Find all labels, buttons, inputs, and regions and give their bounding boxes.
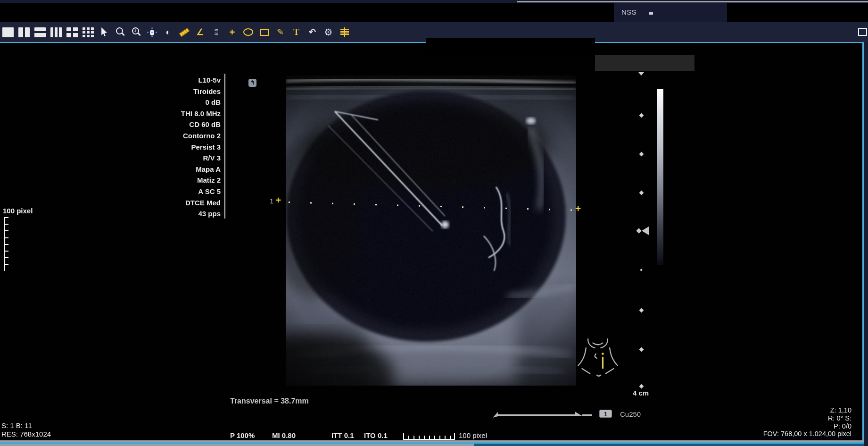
status-left: S: 1 B: 11RES: 768x1024 [1,421,51,438]
layout-1x3-icon [50,27,62,37]
body-marker-thyroid-icon[interactable] [577,337,619,380]
crosshair-icon: + [229,27,235,37]
ellipse-roi-button[interactable] [242,26,254,38]
app-window: NSS ⇕ ◐ ∠ ≈≈ + ✎ T ↶ ⚙ [0,0,868,446]
status-mi: MI 0.80 [272,431,296,439]
spine-wave-icon: ≈≈ [215,28,218,36]
left-scale-label: 100 pixel [3,207,33,215]
menu-nss[interactable]: NSS [621,8,637,16]
measure-angle-button[interactable]: ∠ [194,26,206,38]
acquisition-params: L10-5vTiroides0 dBTHI 8.0 MHzCD 60 dBCon… [132,75,221,219]
gear-icon: ⚙ [324,27,333,37]
param-line-0: L10-5v [132,75,221,86]
text-annotation-button[interactable]: T [290,26,302,38]
depth-scale-label: 4 cm [633,389,649,397]
caliper-start-marker[interactable]: + [275,195,281,205]
bottom-pixel-ruler [403,433,455,440]
layout-1x3-button[interactable] [50,26,62,38]
status-left-line-0: S: 1 B: 11 [1,421,51,430]
patient-info-redacted-block [0,3,614,23]
depth-scale-top-icon [638,72,644,76]
param-line-3: THI 8.0 MHz [132,108,221,119]
param-line-7: R/V 3 [132,152,221,164]
layout-3x3-icon [83,27,94,37]
pencil-icon: ✎ [277,27,284,37]
param-line-6: Persist 3 [132,142,221,153]
rectangle-icon [260,29,269,36]
layout-2x2-button[interactable] [66,26,78,38]
contrast-icon: ◐ [165,27,171,37]
layout-1x2-button[interactable] [18,26,30,38]
layout-2x1-button[interactable] [34,26,46,38]
focus-marker-arrow-icon[interactable] [642,227,649,235]
pan-button[interactable] [146,26,158,38]
params-separator-line [224,74,225,219]
undo-arrow-icon: ↶ [309,27,316,37]
param-line-10: A SC 5 [132,186,221,197]
cursor-icon [100,27,108,37]
status-right-line-3: FOV: 768,00 x 1.024,00 pixel [726,430,851,438]
ultrasound-render [286,76,576,386]
layout-1x1-icon [2,27,14,37]
canvas-redacted-block-1 [426,38,595,55]
param-line-1: Tiroides [132,86,221,97]
compound-label: Cu250 [620,410,641,418]
cursor-button[interactable] [98,26,110,38]
status-left-line-1: RES: 768x1024 [1,430,51,438]
settings-button[interactable]: ⚙ [322,26,334,38]
menu-dash-icon [649,12,653,15]
canvas-redacted-block-2 [595,55,694,71]
magnifier-arrows-icon: ⇕ [131,27,141,37]
tgc-depth-bar [492,410,598,421]
undo-button[interactable]: ↶ [306,26,318,38]
measurement-label: Transversal = 38.7mm [230,397,309,405]
caliper-end-marker[interactable]: + [575,204,581,213]
window-frame-icon [858,28,867,36]
layout-3x3-button[interactable] [82,26,94,38]
hscrollbar-thumb[interactable] [0,444,474,446]
measure-distance-button[interactable] [178,26,190,38]
param-line-11: DTCE Med [132,197,221,209]
status-ito: ITO 0.1 [364,431,388,439]
overlay-lines-icon [340,29,349,36]
hscrollbar-track[interactable] [474,444,864,446]
layout-1x2-icon [18,27,30,37]
layout-2x2-icon [66,27,78,37]
param-line-2: 0 dB [132,97,221,108]
param-line-12: 43 pps [132,208,221,219]
param-line-4: CD 60 dB [132,119,221,130]
zoom-scroll-button[interactable]: ⇕ [130,26,142,38]
magnifier-icon [115,27,125,37]
grayscale-bar [657,89,663,265]
caliper-cross-button[interactable]: + [226,26,238,38]
spine-label-button[interactable]: ≈≈ [210,26,222,38]
freehand-roi-button[interactable]: ✎ [274,26,286,38]
bottom-scale-label: 100 pixel [459,431,487,439]
window-frame-button[interactable] [858,28,867,36]
header-redacted-block [727,3,868,24]
focus-number-badge[interactable]: 1 [599,410,612,418]
ruler-icon [179,27,190,37]
ultrasound-image[interactable] [286,76,576,386]
status-right-line-1: R: 0° S: [726,414,851,422]
ellipse-icon [243,28,253,36]
param-line-8: Mapa A [132,164,221,175]
dicom-overlay-button[interactable] [339,26,350,38]
status-itt: ITT 0.1 [331,431,354,439]
param-line-9: Matiz 2 [132,175,221,186]
status-right-line-0: Z: 1,10 [726,406,851,414]
measurement-index: 1 [270,197,273,205]
window-level-button[interactable]: ◐ [162,26,174,38]
param-line-5: Contorno 2 [132,130,221,142]
pan-hand-icon [147,27,157,37]
orientation-marker-icon: ↰ [248,79,256,87]
viewport-right-border [862,42,864,444]
angle-icon: ∠ [196,27,204,37]
zoom-button[interactable] [114,26,126,38]
text-T-icon: T [293,27,299,37]
rect-roi-button[interactable] [258,26,270,38]
layout-1x1-button[interactable] [2,26,14,38]
layout-2x1-icon [34,27,46,37]
top-highlight-line [517,1,868,2]
status-power: P 100% [230,431,255,439]
